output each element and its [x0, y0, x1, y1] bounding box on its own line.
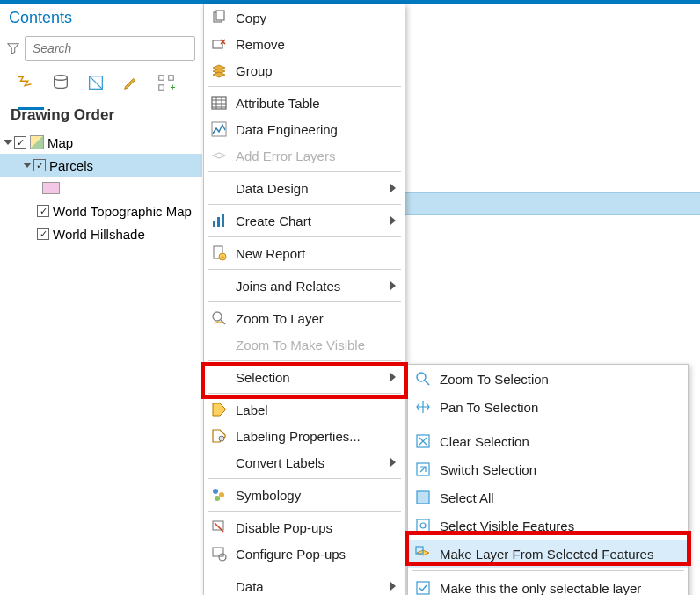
menu-add-error-layers: Add Error Layers — [204, 142, 405, 169]
symbol-swatch[interactable] — [42, 182, 60, 194]
make-layer-icon — [415, 546, 431, 562]
menu-zoom-layer-label: Zoom To Layer — [236, 311, 396, 326]
submenu-only-selectable-label: Make this the only selectable layer — [440, 581, 679, 596]
menu-zoom-layer[interactable]: Zoom To Layer — [204, 305, 405, 331]
map-icon — [30, 135, 44, 149]
menu-labeling-props-label: Labeling Properties... — [236, 429, 396, 444]
parcels-symbol-row[interactable] — [0, 177, 202, 200]
list-drawing-order-icon[interactable] — [14, 71, 37, 94]
submenu-make-layer[interactable]: Make Layer From Selected Features — [408, 540, 688, 568]
submenu-switch-selection[interactable]: Switch Selection — [408, 455, 688, 483]
group-icon — [211, 62, 227, 78]
submenu-select-visible[interactable]: Select Visible Features — [408, 512, 688, 540]
menu-symbology[interactable]: Symbology — [204, 482, 405, 508]
submenu-arrow-icon — [390, 373, 396, 381]
select-visible-icon — [415, 518, 431, 533]
menu-convert-labels-label: Convert Labels — [236, 455, 382, 470]
submenu-arrow-icon — [390, 582, 396, 591]
layer-context-menu: Copy Remove Group Attribute Table Data E… — [203, 4, 405, 595]
submenu-clear-sel-label: Clear Selection — [440, 434, 679, 449]
menu-label[interactable]: Label — [204, 396, 405, 423]
error-layers-icon — [211, 148, 227, 163]
tree-hill-row[interactable]: World Hillshade — [0, 222, 202, 245]
submenu-switch-sel-label: Switch Selection — [440, 462, 679, 477]
svg-point-19 — [213, 489, 218, 494]
menu-new-report[interactable]: +New Report — [204, 240, 405, 266]
list-source-icon[interactable] — [49, 71, 72, 94]
search-input[interactable] — [33, 41, 187, 55]
expand-icon[interactable] — [23, 163, 32, 168]
filter-icon[interactable] — [7, 42, 19, 54]
menu-data-design[interactable]: Data Design — [204, 175, 405, 201]
menu-configure-popups-label: Configure Pop-ups — [236, 547, 396, 562]
list-editing-icon[interactable] — [120, 71, 142, 94]
clear-selection-icon — [415, 433, 431, 449]
menu-disable-popups[interactable]: Disable Pop-ups — [204, 514, 405, 541]
submenu-select-all-label: Select All — [440, 490, 679, 505]
table-icon — [211, 95, 227, 111]
select-all-icon — [415, 490, 431, 505]
menu-attribute-table[interactable]: Attribute Table — [204, 90, 405, 116]
only-selectable-icon — [415, 580, 431, 595]
expand-icon[interactable] — [4, 140, 12, 145]
symbology-icon — [211, 487, 227, 503]
topo-label: World Topographic Map — [53, 204, 192, 219]
switch-selection-icon — [415, 461, 431, 477]
menu-separator — [412, 570, 684, 571]
submenu-only-selectable[interactable]: Make this the only selectable layer — [408, 574, 688, 595]
menu-data-engineering[interactable]: Data Engineering — [204, 116, 405, 142]
list-snapping-icon[interactable]: + — [155, 71, 178, 94]
menu-remove-label: Remove — [236, 37, 396, 52]
svg-point-20 — [219, 492, 224, 497]
menu-selection[interactable]: Selection — [204, 364, 405, 390]
section-heading: Drawing Order — [0, 94, 202, 131]
svg-rect-13 — [222, 214, 224, 227]
menu-separator — [208, 236, 401, 237]
menu-label-label: Label — [236, 403, 396, 417]
menu-copy-label: Copy — [236, 11, 396, 25]
contents-panel: Contents + Drawing Order Map Parcels — [0, 4, 202, 595]
checkbox[interactable] — [14, 136, 26, 149]
checkbox[interactable] — [37, 228, 49, 240]
submenu-clear-selection[interactable]: Clear Selection — [408, 427, 688, 455]
menu-copy[interactable]: Copy — [204, 4, 405, 31]
menu-labeling-properties[interactable]: Labeling Properties... — [204, 423, 405, 449]
submenu-select-all[interactable]: Select All — [408, 483, 688, 512]
active-tool-underline — [18, 107, 44, 110]
data-engineering-icon — [211, 121, 227, 137]
svg-rect-4 — [159, 85, 164, 91]
submenu-zoom-selection[interactable]: Zoom To Selection — [408, 365, 688, 393]
menu-zoom-visible-label: Zoom To Make Visible — [236, 337, 396, 352]
menu-remove[interactable]: Remove — [204, 31, 405, 57]
submenu-pan-selection[interactable]: Pan To Selection — [408, 393, 688, 421]
svg-rect-7 — [216, 11, 224, 20]
menu-configure-popups[interactable]: Configure Pop-ups — [204, 541, 405, 567]
svg-rect-32 — [417, 582, 429, 594]
svg-point-25 — [417, 373, 426, 381]
menu-data[interactable]: Data — [204, 573, 405, 595]
svg-point-30 — [420, 523, 426, 528]
remove-icon — [211, 36, 227, 52]
search-input-wrap[interactable] — [25, 36, 195, 61]
tree-map-row[interactable]: Map — [0, 131, 202, 154]
menu-convert-labels[interactable]: Convert Labels — [204, 449, 405, 475]
svg-point-18 — [219, 436, 224, 441]
menu-attribute-table-label: Attribute Table — [236, 96, 396, 111]
menu-separator — [208, 301, 401, 302]
copy-icon — [211, 10, 227, 25]
panel-title: Contents — [0, 4, 202, 33]
checkbox[interactable] — [37, 205, 49, 217]
svg-point-17 — [213, 312, 222, 321]
menu-data-design-label: Data Design — [236, 181, 382, 196]
tree-parcels-row[interactable]: Parcels — [0, 154, 202, 177]
checkbox[interactable] — [33, 159, 46, 171]
menu-group-label: Group — [236, 63, 396, 78]
menu-group[interactable]: Group — [204, 57, 405, 83]
menu-create-chart[interactable]: Create Chart — [204, 207, 405, 234]
tree-topo-row[interactable]: World Topographic Map — [0, 200, 202, 222]
menu-joins-relates-label: Joins and Relates — [236, 279, 382, 294]
menu-separator — [208, 204, 401, 205]
menu-joins-relates[interactable]: Joins and Relates — [204, 272, 405, 299]
map-label: Map — [47, 135, 73, 150]
list-selection-icon[interactable] — [84, 71, 107, 94]
